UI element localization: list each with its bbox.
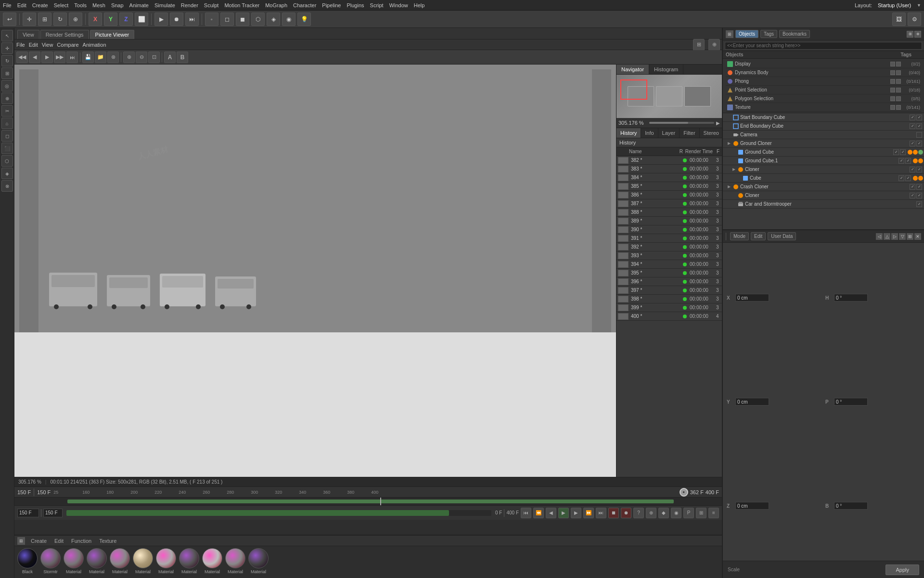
sidebar-bridge[interactable]: ⌂ [1, 118, 13, 129]
mat-item-9[interactable]: Material [225, 548, 245, 574]
x-axis[interactable]: X [89, 13, 102, 26]
obj-cloner-cc[interactable]: Cloner ✓ ✓ [723, 191, 924, 200]
btn-tags[interactable]: Tags [760, 30, 777, 38]
vt-load[interactable]: 📁 [95, 52, 106, 63]
menu-create[interactable]: Create [32, 2, 48, 8]
history-row[interactable]: 396 * 00:00:00 3 [616, 277, 722, 286]
tc-mode[interactable]: ◉ [671, 508, 681, 518]
cb-cam1[interactable] [916, 132, 922, 138]
obj-btn[interactable]: ⬡ [251, 13, 265, 26]
history-row[interactable]: 399 * 00:00:00 3 [616, 303, 722, 312]
tri-cube[interactable] [736, 176, 741, 181]
history-row[interactable]: 391 * 00:00:00 3 [616, 234, 722, 243]
attr-z-input[interactable] [735, 502, 769, 510]
tc-prev[interactable]: ⏪ [533, 508, 544, 518]
vt-ram[interactable]: ⊗ [107, 52, 119, 63]
history-row[interactable]: 382 * 00:00:00 3 [616, 156, 722, 165]
vt-next-frame[interactable]: ▶▶ [54, 52, 65, 63]
history-row[interactable]: 389 * 00:00:00 3 [616, 217, 722, 225]
tri-car[interactable] [732, 202, 736, 207]
nav-tab-navigator[interactable]: Navigator [616, 65, 649, 74]
tc-record[interactable]: ⏺ [621, 508, 631, 518]
tab-picture-viewer[interactable]: Picture Viewer [90, 30, 135, 39]
history-row[interactable]: 390 * 00:00:00 3 [616, 225, 722, 234]
sidebar-scale[interactable]: ⊞ [1, 67, 13, 79]
dyn-cb2[interactable] [896, 70, 901, 75]
menu-mograph[interactable]: MoGraph [265, 2, 287, 8]
attr-b-input[interactable] [834, 502, 868, 510]
menu-edit[interactable]: Edit [17, 2, 26, 8]
menu-tools[interactable]: Tools [74, 2, 87, 8]
menu-motion-tracker[interactable]: Motion Tracker [224, 2, 259, 8]
tag-texture[interactable]: Texture (0/141) [726, 103, 921, 112]
mat-item-2[interactable]: Material [64, 548, 84, 574]
right-icon1[interactable]: ⊞ [907, 31, 913, 38]
menu-character[interactable]: Character [293, 2, 316, 8]
history-tab-stereo[interactable]: Stereo [700, 128, 722, 138]
attr-btn-edit[interactable]: Edit [751, 232, 766, 240]
zoom-slider[interactable] [649, 122, 714, 124]
cb-cloner-cc2[interactable]: ✓ [916, 193, 922, 198]
cb-gcube1a[interactable]: ✓ [898, 158, 904, 164]
cb-gc1[interactable]: ✓ [910, 141, 915, 146]
history-row[interactable]: 392 * 00:00:00 3 [616, 243, 722, 251]
tc-play[interactable]: ▶ [558, 508, 569, 518]
menu-select[interactable]: Select [54, 2, 69, 8]
mat-tab-edit[interactable]: Edit [52, 537, 65, 545]
tab-view[interactable]: View [17, 30, 39, 39]
world-btn[interactable]: ⬜ [135, 13, 148, 26]
vt-b[interactable]: B [177, 52, 188, 63]
cb-cc1[interactable]: ✓ [910, 184, 915, 190]
tex-cb1[interactable] [890, 105, 895, 110]
history-row[interactable]: 388 * 00:00:00 3 [616, 208, 722, 217]
attr-nav-right[interactable]: ▷ [891, 233, 898, 240]
dyn-cb1[interactable] [890, 70, 895, 75]
cb-sbc2[interactable]: ✓ [916, 115, 922, 120]
sidebar-extrude[interactable]: ⬛ [1, 143, 13, 154]
tri-gcube[interactable] [732, 150, 736, 155]
tc-grid[interactable]: ⊞ [696, 508, 706, 518]
rotate-btn[interactable]: ↻ [53, 13, 67, 26]
history-row[interactable]: 398 * 00:00:00 3 [616, 295, 722, 303]
tag-cb1[interactable] [890, 62, 895, 66]
right-icon2[interactable]: ⊗ [914, 31, 921, 38]
y-axis[interactable]: Y [104, 13, 117, 26]
obj-start-boundary-cube[interactable]: Start Boundary Cube ✓ ✓ [723, 113, 924, 122]
polsel-cb2[interactable] [896, 96, 901, 101]
tag-phong[interactable]: Phong (0/161) [726, 77, 921, 86]
cb-sbc1[interactable]: ✓ [910, 115, 915, 120]
phong-cb1[interactable] [890, 79, 895, 84]
fps-input[interactable] [17, 509, 39, 517]
vt-a[interactable]: A [164, 52, 176, 63]
mat-item-0[interactable]: Black [17, 548, 38, 574]
play-btn[interactable]: ▶ [154, 13, 168, 26]
vt-next[interactable]: ▶ [41, 52, 53, 63]
tag-dynamics[interactable]: Dynamics Body (0/40) [726, 68, 921, 77]
mat-item-8[interactable]: Material [202, 548, 222, 574]
subtab-view[interactable]: View [42, 42, 53, 48]
menu-pipeline[interactable]: Pipeline [322, 2, 341, 8]
tag-cb2[interactable] [896, 62, 901, 66]
mat-item-7[interactable]: Material [179, 548, 199, 574]
attr-btn-mode[interactable]: Mode [730, 232, 749, 240]
subtab-compare[interactable]: Compare [57, 42, 78, 48]
layout-dropdown-icon[interactable]: ▼ [917, 3, 921, 8]
history-row[interactable]: 387 * 00:00:00 3 [616, 199, 722, 208]
cb-gcube1[interactable]: ✓ [893, 149, 899, 155]
btn-bookmarks[interactable]: Bookmarks [779, 30, 810, 38]
menu-sculpt[interactable]: Sculpt [204, 2, 219, 8]
menu-script[interactable]: Script [370, 2, 384, 8]
tri-cloner-cc[interactable] [732, 193, 736, 198]
menu-animate[interactable]: Animate [129, 2, 149, 8]
history-tab-history[interactable]: History [616, 128, 641, 138]
render-small-btn[interactable]: ◉ [282, 13, 295, 26]
tc-help[interactable]: ? [633, 508, 644, 518]
attr-nav-close[interactable]: ✕ [914, 233, 921, 240]
viewport[interactable]: 人人素材 [14, 65, 616, 477]
uv-btn[interactable]: ◈ [267, 13, 280, 26]
cb-car1[interactable]: ✓ [916, 201, 922, 207]
sidebar-snap[interactable]: ⊕ [1, 92, 13, 104]
subtab-edit[interactable]: Edit [29, 42, 38, 48]
vt-zoom-out[interactable]: ⊖ [136, 52, 147, 63]
attr-nav-settings[interactable]: ⊞ [907, 233, 913, 240]
